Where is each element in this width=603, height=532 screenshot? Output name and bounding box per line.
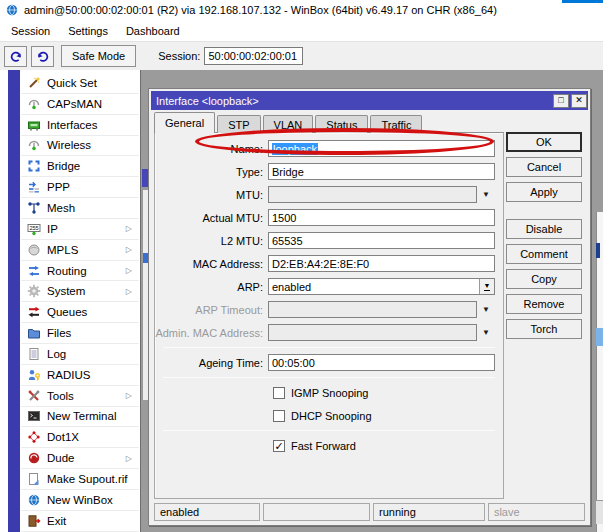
sidebar-item-capsman[interactable]: CAPsMAN — [21, 94, 139, 115]
maximize-icon[interactable]: □ — [553, 94, 569, 108]
field-value: Bridge — [272, 166, 304, 178]
sidebar-item-label: Quick Set — [47, 77, 97, 89]
combo-dropdown-button[interactable]: ▼ — [479, 279, 494, 294]
sidebar-item-mpls[interactable]: MPLS▷ — [21, 240, 139, 261]
sidebar-item-radius[interactable]: RADIUS — [21, 365, 139, 386]
safe-mode-button[interactable]: Safe Mode — [61, 45, 136, 67]
tab-general[interactable]: General — [154, 112, 215, 133]
redo-button[interactable] — [31, 46, 54, 67]
l2-mtu-input[interactable]: 65535 — [268, 232, 495, 249]
dropdown-arrow-icon[interactable]: ▼ — [477, 305, 495, 314]
field-row-actual-mtu: Actual MTU:1500 — [155, 209, 495, 226]
tab-stp[interactable]: STP — [217, 115, 260, 133]
checkbox-dhcp-snooping[interactable] — [273, 410, 285, 422]
tab-status[interactable]: Status — [315, 115, 368, 133]
dropdown-arrow-icon[interactable]: ▼ — [477, 328, 495, 337]
sidebar-item-make-supout-rif[interactable]: Make Supout.rif — [21, 469, 139, 490]
general-tab-page: Name:loopbackType:BridgeMTU:▼Actual MTU:… — [154, 132, 504, 499]
sidebar-item-label: Queues — [47, 306, 87, 318]
sidebar-item-bridge[interactable]: Bridge — [21, 156, 139, 177]
field-row-ageing-time: Ageing Time:00:05:00 — [155, 354, 495, 371]
tools-icon — [27, 389, 41, 403]
submenu-arrow-icon: ▷ — [126, 454, 132, 463]
admin-mac-address-input[interactable] — [268, 324, 477, 341]
submenu-arrow-icon: ▷ — [126, 266, 132, 275]
ppp-icon — [27, 180, 41, 194]
window-titlebar: admin@50:00:00:02:00:01 (R2) via 192.168… — [0, 0, 603, 20]
cancel-button[interactable]: Cancel — [506, 157, 582, 177]
checkbox-igmp-snooping[interactable] — [273, 387, 285, 399]
ip-icon: 255 — [27, 222, 41, 236]
arp-timeout-input[interactable] — [268, 301, 477, 318]
sidebar-item-system[interactable]: System▷ — [21, 281, 139, 302]
menu-item-session[interactable]: Session — [2, 23, 59, 39]
apply-button[interactable]: Apply — [506, 182, 582, 202]
copy-button[interactable]: Copy — [506, 269, 582, 289]
sidebar-item-label: Dot1X — [47, 431, 79, 443]
dude-icon — [27, 451, 41, 465]
sidebar-item-new-terminal[interactable]: New Terminal — [21, 407, 139, 428]
queues-icon — [27, 305, 41, 319]
sidebar-item-label: Routing — [47, 265, 87, 277]
toolbar: Safe Mode Session: 50:00:00:02:00:01 — [0, 41, 603, 70]
remove-button[interactable]: Remove — [506, 294, 582, 314]
winbox-globe-icon — [5, 3, 19, 17]
mtu-input[interactable] — [268, 186, 477, 203]
arp-input[interactable]: enabled▼ — [268, 278, 495, 295]
checkbox-fast-forward[interactable]: ✓ — [273, 440, 285, 452]
accent-strip — [562, 0, 603, 3]
sidebar-item-label: Interfaces — [47, 119, 98, 131]
tab-vlan[interactable]: VLAN — [263, 115, 314, 133]
sidebar-item-files[interactable]: Files — [21, 323, 139, 344]
sidebar-item-new-winbox[interactable]: New WinBox — [21, 490, 139, 511]
close-icon[interactable]: ✕ — [571, 94, 587, 108]
separator — [163, 377, 495, 378]
menu-item-settings[interactable]: Settings — [59, 23, 117, 39]
tab-traffic[interactable]: Traffic — [370, 115, 422, 133]
sidebar-item-routing[interactable]: Routing▷ — [21, 261, 139, 282]
sidebar-item-quick-set[interactable]: Quick Set — [21, 73, 139, 94]
capsman-icon — [27, 97, 41, 111]
separator — [163, 430, 495, 431]
menu-item-dashboard[interactable]: Dashboard — [117, 23, 189, 39]
type-input[interactable]: Bridge — [268, 163, 495, 180]
comment-button[interactable]: Comment — [506, 244, 582, 264]
dialog-titlebar[interactable]: Interface <loopback> □ ✕ — [151, 91, 588, 110]
background-window-fragment — [596, 212, 603, 532]
sidebar-item-label: IP — [47, 223, 58, 235]
disable-button[interactable]: Disable — [506, 219, 582, 239]
field-label: MTU: — [155, 189, 268, 201]
sidebar-item-label: New WinBox — [47, 494, 113, 506]
sidebar-item-log[interactable]: Log — [21, 344, 139, 365]
dialog-tabs: GeneralSTPVLANStatusTraffic — [154, 112, 424, 133]
sidebar-item-interfaces[interactable]: Interfaces — [21, 115, 139, 136]
sidebar-item-ip[interactable]: 255IP▷ — [21, 219, 139, 240]
sidebar-item-label: MPLS — [47, 244, 78, 256]
undo-button[interactable] — [4, 46, 27, 67]
sidebar-item-label: Dude — [47, 452, 75, 464]
sidebar-item-exit[interactable]: Exit — [21, 511, 139, 532]
session-value-box[interactable]: 50:00:00:02:00:01 — [204, 47, 303, 65]
actual-mtu-input[interactable]: 1500 — [268, 209, 495, 226]
field-label: Admin. MAC Address: — [155, 327, 268, 339]
sidebar-item-mesh[interactable]: Mesh — [21, 198, 139, 219]
mac-address-input[interactable]: D2:EB:A4:2E:8E:F0 — [268, 255, 495, 272]
torch-button[interactable]: Torch — [506, 319, 582, 339]
status-cell-slave: slave — [488, 503, 585, 521]
sidebar-item-tools[interactable]: Tools▷ — [21, 386, 139, 407]
dropdown-arrow-icon[interactable]: ▼ — [477, 190, 495, 199]
sidebar-item-dude[interactable]: Dude▷ — [21, 448, 139, 469]
field-label: L2 MTU: — [155, 235, 268, 247]
ageing-time-input[interactable]: 00:05:00 — [268, 354, 495, 371]
ok-button[interactable]: OK — [506, 132, 582, 152]
sidebar-item-wireless[interactable]: Wireless — [21, 136, 139, 157]
field-value: enabled — [272, 281, 311, 293]
sidebar-item-label: Bridge — [47, 160, 80, 172]
sidebar-item-dot1x[interactable]: Dot1X — [21, 427, 139, 448]
sidebar-item-ppp[interactable]: PPP — [21, 177, 139, 198]
session-label: Session: — [158, 50, 200, 62]
system-icon — [27, 284, 41, 298]
field-label: Type: — [155, 166, 268, 178]
sidebar-item-queues[interactable]: Queues — [21, 302, 139, 323]
name-input[interactable]: loopback — [268, 140, 495, 157]
